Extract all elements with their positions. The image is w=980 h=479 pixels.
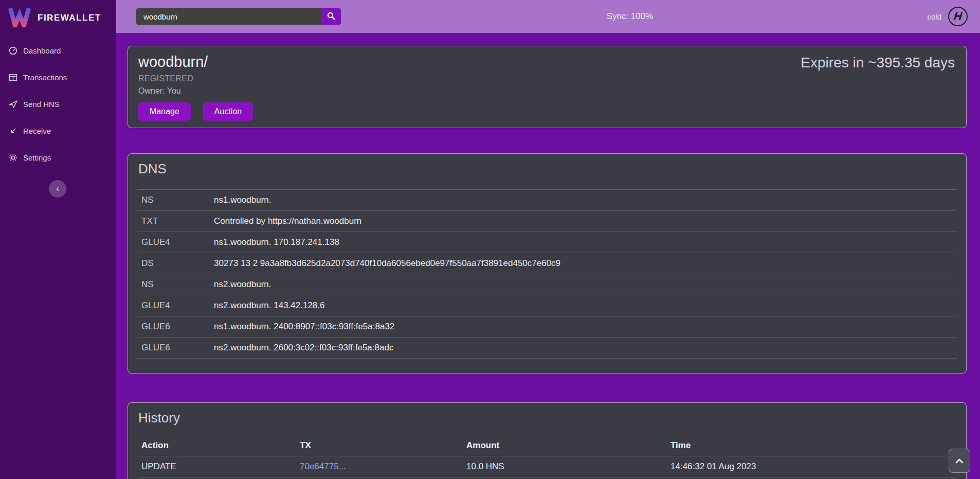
topbar: Sync: 100% cold H (116, 0, 980, 33)
scroll-to-top-button[interactable] (949, 449, 970, 473)
dns-record-row: GLUE6 ns1.woodburn. 2400:8907::f03c:93ff… (137, 316, 957, 338)
domain-expiry: Expires in ~395.35 days (801, 55, 955, 71)
history-amount: 10.0 HNS (466, 462, 670, 472)
domain-owner: Owner: You (138, 86, 956, 96)
sidebar-item-label: Transactions (23, 73, 67, 82)
history-time: 14:46:32 01 Aug 2023 (670, 462, 957, 472)
dns-record-type: GLUE4 (141, 237, 214, 247)
handshake-logo-icon: H (948, 7, 968, 26)
dashboard-icon (9, 46, 17, 55)
dns-record-type: DS (141, 258, 214, 269)
history-body: UPDATE 70e64775... 10.0 HNS 14:46:32 01 … (137, 456, 957, 479)
dns-record-row: NS ns1.woodburn. (137, 190, 957, 211)
main-content: woodburn/ REGISTERED Owner: You Manage A… (116, 33, 980, 479)
history-column-header: Time (670, 440, 957, 451)
history-section-title: History (128, 410, 966, 426)
sidebar-item-label: Receive (23, 127, 51, 135)
search-icon (326, 11, 336, 22)
sidebar: FIREWALLET Dashboard Transactions Send H… (0, 0, 116, 479)
history-row: UPDATE 70e64775... 10.0 HNS 14:46:32 01 … (137, 456, 957, 477)
dns-record-row: TXT Controlled by https://nathan.woodbur… (137, 211, 957, 232)
history-table: ActionTXAmountTime UPDATE 70e64775... 10… (137, 435, 957, 479)
chevron-up-icon (955, 456, 964, 466)
sidebar-item-dashboard[interactable]: Dashboard (0, 37, 116, 64)
dns-card: DNS NS ns1.woodburn. TXT Controlled by h… (128, 153, 967, 374)
transactions-icon (9, 73, 17, 82)
wallet-name: cold (927, 12, 941, 21)
dns-record-value: 30273 13 2 9a3a8fb3d625d2a2073d740f10da6… (214, 258, 957, 269)
sidebar-item-send-hns[interactable]: Send HNS (0, 91, 116, 117)
sidebar-item-label: Dashboard (23, 46, 61, 55)
dns-table: NS ns1.woodburn. TXT Controlled by https… (137, 189, 957, 359)
sidebar-item-label: Send HNS (23, 100, 60, 109)
history-column-header: Action (141, 440, 300, 451)
dns-record-type: GLUE6 (141, 343, 214, 353)
dns-record-type: GLUE6 (141, 322, 214, 332)
dns-record-value: ns1.woodburn. (214, 195, 957, 205)
search-input[interactable] (136, 8, 321, 25)
dns-record-type: NS (141, 279, 214, 290)
dns-record-row: GLUE4 ns1.woodburn. 170.187.241.138 (137, 232, 957, 253)
dns-record-row: GLUE4 ns2.woodburn. 143.42.128.6 (137, 295, 957, 316)
firewallet-logo-icon (8, 7, 31, 29)
history-column-header: TX (300, 440, 466, 451)
dns-record-value: Controlled by https://nathan.woodburn (214, 216, 957, 226)
dns-record-value: ns1.woodburn. 170.187.241.138 (214, 237, 957, 247)
sidebar-collapse-button[interactable]: ‹ (49, 180, 66, 198)
history-column-header: Amount (466, 440, 670, 451)
receive-icon (9, 127, 17, 135)
chevron-left-icon: ‹ (56, 184, 59, 194)
settings-icon (9, 153, 17, 162)
dns-record-value: ns2.woodburn. 2600:3c02::f03c:93ff:fe5a:… (214, 343, 957, 353)
sidebar-item-receive[interactable]: Receive (0, 117, 116, 144)
sidebar-item-label: Settings (23, 153, 51, 162)
sidebar-item-settings[interactable]: Settings (0, 144, 116, 171)
domain-card: woodburn/ REGISTERED Owner: You Manage A… (128, 46, 967, 128)
sidebar-item-transactions[interactable]: Transactions (0, 64, 116, 91)
dns-record-value: ns1.woodburn. 2400:8907::f03c:93ff:fe5a:… (214, 322, 957, 332)
sync-status: Sync: 100% (607, 11, 654, 22)
dns-record-value: ns2.woodburn. (214, 279, 957, 290)
app-title: FIREWALLET (38, 13, 101, 23)
dns-record-row: GLUE6 ns2.woodburn. 2600:3c02::f03c:93ff… (137, 338, 957, 359)
domain-actions: Manage Auction (138, 102, 956, 121)
domain-status: REGISTERED (138, 74, 956, 83)
dns-record-row: DS 30273 13 2 9a3a8fb3d625d2a2073d740f10… (137, 253, 957, 274)
history-action: UPDATE (141, 462, 300, 472)
dns-record-type: TXT (141, 216, 214, 226)
auction-button[interactable]: Auction (203, 102, 253, 121)
dns-record-type: GLUE4 (141, 300, 214, 311)
dns-record-type: NS (141, 195, 214, 205)
app-logo[interactable]: FIREWALLET (0, 0, 116, 30)
wallet-selector[interactable]: cold H (927, 7, 980, 26)
search-button[interactable] (321, 8, 341, 25)
search-group (136, 8, 341, 25)
history-card: History ActionTXAmountTime UPDATE 70e647… (128, 402, 967, 479)
history-header-row: ActionTXAmountTime (137, 435, 957, 456)
sidebar-nav: Dashboard Transactions Send HNS Receive (0, 37, 116, 171)
manage-button[interactable]: Manage (138, 102, 191, 121)
dns-record-row: NS ns2.woodburn. (137, 274, 957, 295)
send-icon (9, 100, 17, 109)
dns-record-value: ns2.woodburn. 143.42.128.6 (214, 300, 957, 311)
tx-link[interactable]: 70e64775... (300, 462, 346, 471)
dns-section-title: DNS (128, 161, 966, 177)
